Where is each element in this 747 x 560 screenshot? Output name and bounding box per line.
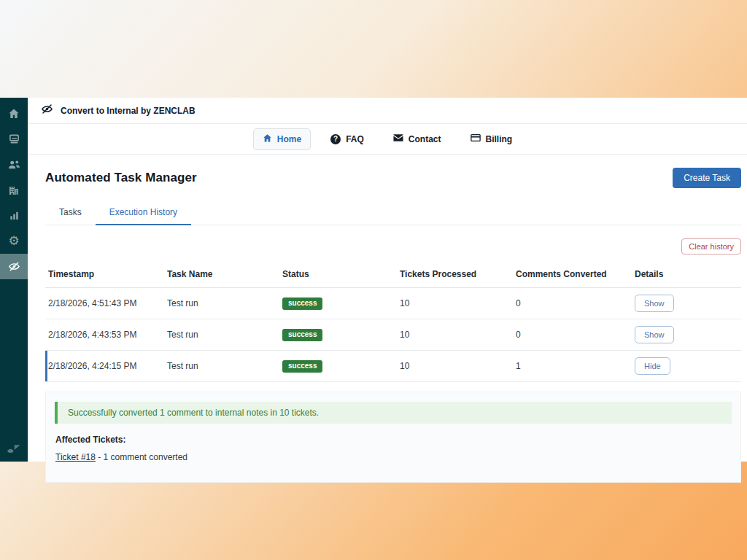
app-navbar: Home ? FAQ Contact Billing bbox=[28, 124, 747, 155]
create-task-button[interactable]: Create Task bbox=[673, 168, 741, 188]
page-title: Automated Task Manager bbox=[45, 171, 197, 185]
success-alert: Successfully converted 1 comment to inte… bbox=[55, 402, 732, 424]
tab-tasks[interactable]: Tasks bbox=[45, 201, 96, 225]
app-eye-slash-icon bbox=[41, 103, 53, 118]
app-title: Convert to Internal by ZENCLAB bbox=[61, 106, 196, 116]
cell-status: success bbox=[279, 351, 397, 382]
run-details-panel: Successfully converted 1 comment to inte… bbox=[45, 392, 741, 483]
nav-label: Home bbox=[277, 134, 301, 144]
col-tickets-processed: Tickets Processed bbox=[397, 265, 513, 288]
nav-label: Billing bbox=[486, 134, 513, 144]
tab-bar: Tasks Execution History bbox=[45, 201, 741, 225]
app-main: Convert to Internal by ZENCLAB Home ? FA… bbox=[28, 98, 747, 462]
table-header-row: Timestamp Task Name Status Tickets Proce… bbox=[45, 265, 741, 288]
cell-comments-converted: 0 bbox=[513, 319, 632, 351]
col-comments-converted: Comments Converted bbox=[513, 265, 632, 288]
cell-status: success bbox=[279, 319, 397, 351]
col-status: Status bbox=[279, 265, 397, 288]
app-window: ⚙ Convert to Internal by ZENCLAB Home bbox=[0, 98, 747, 462]
toggle-details-button[interactable]: Show bbox=[635, 295, 674, 312]
status-badge: success bbox=[282, 329, 322, 341]
app-topbar: Convert to Internal by ZENCLAB bbox=[28, 98, 747, 124]
mail-icon bbox=[393, 133, 403, 144]
cell-tickets-processed: 10 bbox=[397, 351, 513, 382]
status-badge: success bbox=[282, 360, 322, 373]
nav-item-billing[interactable]: Billing bbox=[461, 128, 522, 149]
cell-comments-converted: 0 bbox=[513, 288, 632, 319]
toggle-details-button[interactable]: Hide bbox=[635, 357, 670, 375]
cell-task-name: Test run bbox=[164, 319, 279, 351]
col-timestamp: Timestamp bbox=[45, 265, 164, 288]
clear-history-button[interactable]: Clear history bbox=[681, 238, 741, 254]
col-task-name: Task Name bbox=[164, 265, 279, 288]
table-row: 2/18/2026, 4:51:43 PM Test run success 1… bbox=[45, 288, 741, 319]
cell-timestamp: 2/18/2026, 4:51:43 PM bbox=[45, 288, 164, 319]
nav-item-contact[interactable]: Contact bbox=[384, 128, 451, 149]
sidebar-item-organizations[interactable] bbox=[0, 177, 28, 203]
col-details: Details bbox=[632, 265, 741, 288]
history-table-body: 2/18/2026, 4:51:43 PM Test run success 1… bbox=[45, 288, 741, 382]
organizations-icon bbox=[8, 184, 20, 196]
customers-icon bbox=[8, 159, 20, 170]
zendesk-logo bbox=[0, 445, 28, 456]
home-icon bbox=[263, 133, 272, 145]
nav-label: FAQ bbox=[346, 134, 364, 144]
affected-tickets-label: Affected Tickets: bbox=[55, 435, 732, 445]
cell-status: success bbox=[279, 288, 397, 319]
ticket-note: - 1 comment converted bbox=[98, 452, 187, 462]
table-row: 2/18/2026, 4:43:53 PM Test run success 1… bbox=[45, 319, 741, 351]
sidebar-item-app-active[interactable] bbox=[0, 254, 28, 279]
sidebar-item-views[interactable] bbox=[0, 126, 28, 152]
cell-details: Show bbox=[632, 319, 741, 351]
cell-tickets-processed: 10 bbox=[397, 319, 513, 351]
settings-gear-icon: ⚙ bbox=[8, 235, 19, 247]
cell-timestamp: 2/18/2026, 4:24:15 PM bbox=[45, 351, 164, 382]
tab-execution-history[interactable]: Execution History bbox=[96, 201, 191, 225]
sidebar-item-settings[interactable]: ⚙ bbox=[0, 228, 28, 254]
product-sidebar: ⚙ bbox=[0, 98, 28, 462]
table-row: 2/18/2026, 4:24:15 PM Test run success 1… bbox=[45, 351, 741, 382]
status-badge: success bbox=[282, 298, 322, 310]
views-icon bbox=[9, 133, 20, 144]
question-icon: ? bbox=[330, 134, 341, 144]
app-eye-slash-icon bbox=[8, 260, 20, 273]
sidebar-item-home[interactable] bbox=[0, 101, 28, 126]
toggle-details-button[interactable]: Show bbox=[635, 326, 674, 343]
execution-history-table: Timestamp Task Name Status Tickets Proce… bbox=[45, 265, 741, 382]
reporting-icon bbox=[9, 210, 20, 221]
home-icon bbox=[8, 108, 20, 120]
cell-tickets-processed: 10 bbox=[397, 288, 513, 319]
sidebar-item-customers[interactable] bbox=[0, 152, 28, 177]
app-content: Automated Task Manager Create Task Tasks… bbox=[28, 155, 747, 483]
cell-task-name: Test run bbox=[164, 351, 279, 382]
cell-details: Show bbox=[632, 288, 741, 319]
card-icon bbox=[471, 133, 481, 144]
sidebar-item-reporting[interactable] bbox=[0, 203, 28, 228]
nav-item-home[interactable]: Home bbox=[253, 128, 311, 150]
cell-timestamp: 2/18/2026, 4:43:53 PM bbox=[45, 319, 164, 351]
cell-comments-converted: 1 bbox=[513, 351, 632, 382]
cell-task-name: Test run bbox=[164, 288, 279, 319]
cell-details: Hide bbox=[632, 351, 741, 382]
nav-label: Contact bbox=[409, 134, 441, 144]
ticket-link[interactable]: Ticket #18 bbox=[55, 452, 96, 462]
affected-ticket-item: Ticket #18 - 1 comment converted bbox=[55, 452, 732, 462]
nav-item-faq[interactable]: ? FAQ bbox=[321, 129, 374, 149]
